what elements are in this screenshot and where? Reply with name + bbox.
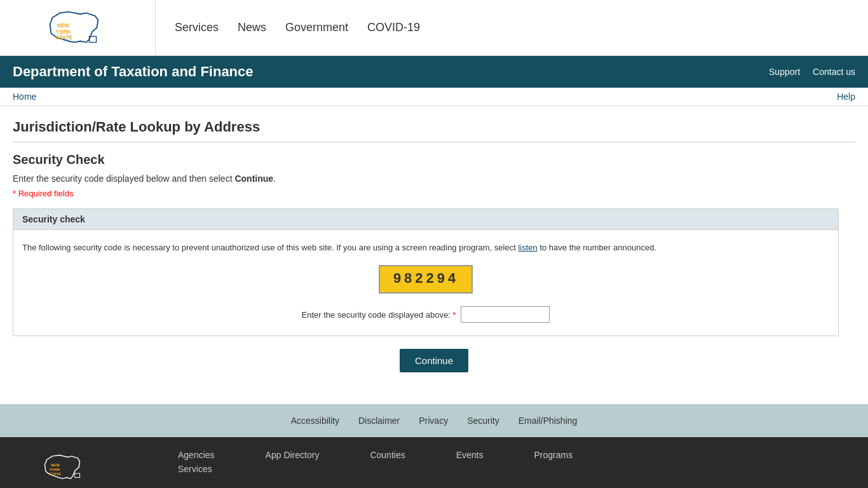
nav-government-link[interactable]: Government: [285, 21, 348, 34]
captcha-input[interactable]: [461, 306, 550, 323]
footer-security-link[interactable]: Security: [467, 416, 499, 426]
svg-rect-4: [75, 473, 80, 477]
required-fields-note: * Required fields: [13, 189, 855, 198]
svg-text:STATE: STATE: [50, 472, 62, 476]
footer-events-link[interactable]: Events: [456, 450, 484, 460]
footer-col-5: Programs: [534, 450, 573, 474]
footer-links-bar: Accessibility Disclaimer Privacy Securit…: [0, 404, 868, 437]
svg-text:YORK: YORK: [50, 468, 61, 471]
continue-button[interactable]: Continue: [400, 349, 468, 372]
captcha-input-row: Enter the security code displayed above:…: [22, 306, 829, 323]
nys-logo-area: NEW YORK STATE: [0, 0, 156, 55]
footer-col-1: Agencies Services: [178, 450, 215, 474]
nav-covid-link[interactable]: COVID-19: [367, 21, 420, 34]
footer-programs-link[interactable]: Programs: [534, 450, 573, 460]
nav-services-link[interactable]: Services: [175, 21, 219, 34]
captcha-required-star: *: [452, 310, 456, 320]
footer-nav-cols: Agencies Services App Directory Counties…: [178, 450, 830, 474]
svg-text:STATE: STATE: [56, 34, 72, 41]
footer-dark: NEW YORK STATE Agencies Services App Dir…: [0, 437, 868, 488]
captcha-input-label: Enter the security code displayed above:…: [302, 310, 456, 320]
footer-privacy-link[interactable]: Privacy: [419, 416, 448, 426]
department-title: Department of Taxation and Finance: [13, 64, 254, 80]
listen-link[interactable]: listen: [518, 243, 537, 252]
nys-logo-icon: NEW YORK STATE: [39, 7, 116, 48]
contact-link[interactable]: Contact us: [813, 67, 855, 77]
page-title: Jurisdiction/Rate Lookup by Address: [13, 119, 855, 142]
instructions-text: Enter the security code displayed below …: [13, 173, 855, 184]
footer-app-directory-link[interactable]: App Directory: [266, 450, 320, 460]
required-note-text: Required fields: [16, 189, 73, 198]
top-navigation: NEW YORK STATE Services News Government …: [0, 0, 868, 56]
footer-accessibility-link[interactable]: Accessibility: [291, 416, 339, 426]
department-header: Department of Taxation and Finance Suppo…: [0, 56, 868, 88]
footer-agencies-link[interactable]: Agencies: [178, 450, 215, 460]
help-link[interactable]: Help: [837, 92, 855, 102]
security-desc-prefix: The following security code is necessary…: [22, 243, 518, 252]
home-breadcrumb[interactable]: Home: [13, 92, 36, 102]
footer-col-3: Counties: [370, 450, 405, 474]
security-desc-suffix: to have the number announced.: [538, 243, 656, 252]
nav-news-link[interactable]: News: [238, 21, 266, 34]
captcha-display: 982294: [22, 265, 829, 294]
support-link[interactable]: Support: [769, 67, 800, 77]
security-check-box: Security check The following security co…: [13, 208, 839, 336]
svg-text:NEW: NEW: [51, 463, 60, 467]
footer-services-link[interactable]: Services: [178, 464, 215, 474]
security-description: The following security code is necessary…: [22, 243, 829, 252]
security-box-body: The following security code is necessary…: [13, 230, 838, 336]
footer-col-2: App Directory: [266, 450, 320, 474]
footer-col-4: Events: [456, 450, 484, 474]
breadcrumb-bar: Home Help: [0, 88, 868, 106]
footer-logo-col: NEW YORK STATE: [38, 450, 140, 485]
instructions-bold: Continue: [234, 173, 273, 184]
footer-counties-link[interactable]: Counties: [370, 450, 405, 460]
security-check-title: Security Check: [13, 152, 855, 167]
instructions-suffix: .: [273, 173, 276, 184]
captcha-code: 982294: [379, 265, 472, 294]
instructions-prefix: Enter the security code displayed below …: [13, 173, 234, 184]
main-nav-links: Services News Government COVID-19: [156, 0, 439, 55]
footer-nys-logo-icon: NEW YORK STATE: [38, 450, 89, 485]
footer-email-phishing-link[interactable]: Email/Phishing: [519, 416, 578, 426]
footer-disclaimer-link[interactable]: Disclaimer: [358, 416, 400, 426]
header-links: Support Contact us: [769, 67, 855, 77]
security-box-header: Security check: [13, 209, 838, 230]
main-content: Jurisdiction/Rate Lookup by Address Secu…: [0, 106, 868, 404]
